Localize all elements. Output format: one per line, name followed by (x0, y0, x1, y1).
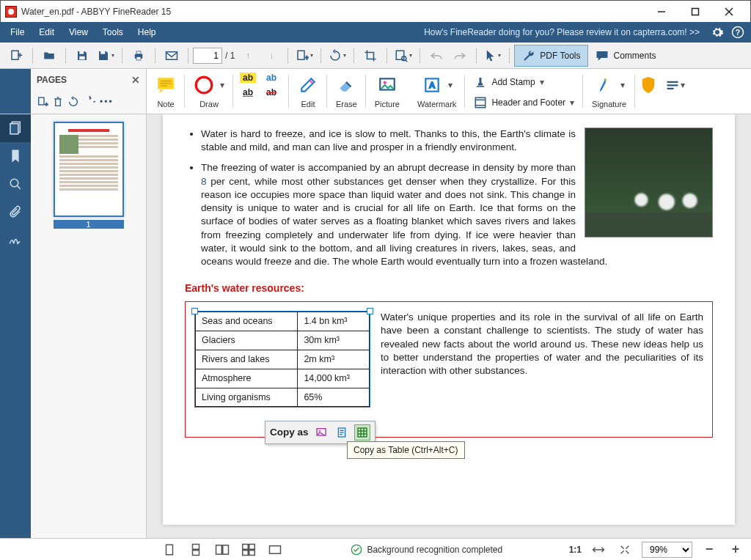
pages-tab-icon[interactable] (0, 114, 31, 142)
attachments-tab-icon[interactable] (0, 198, 31, 226)
maximize-button[interactable] (678, 1, 712, 23)
redo-button[interactable] (448, 45, 472, 67)
menu-tools[interactable]: Tools (95, 22, 131, 43)
new-button[interactable] (4, 45, 28, 67)
note-icon[interactable] (155, 75, 176, 95)
draw-icon[interactable] (194, 75, 214, 95)
document-view[interactable]: Water is hard to freeze, and ice is slow… (147, 114, 751, 538)
highlight-icon[interactable]: ab (238, 72, 258, 84)
menu-edit[interactable]: Edit (32, 22, 62, 43)
close-button[interactable] (712, 1, 746, 23)
watermark-label: Watermark (417, 100, 456, 108)
erase-icon[interactable] (336, 75, 356, 95)
strikethrough-icon[interactable]: ab (261, 86, 282, 98)
crop-button[interactable] (359, 45, 382, 67)
view-two-page-icon[interactable] (213, 541, 232, 559)
menu-file[interactable]: File (3, 22, 32, 43)
text-color-icon[interactable]: ab (261, 72, 282, 84)
add-pages-button[interactable]: +▾ (293, 45, 316, 67)
svg-line-42 (17, 185, 21, 189)
svg-rect-56 (193, 550, 199, 555)
help-icon[interactable]: ? (728, 22, 748, 43)
save-as-button[interactable]: ▾ (94, 45, 117, 67)
save-button[interactable] (70, 45, 94, 67)
svg-rect-61 (243, 550, 249, 555)
undo-button[interactable] (425, 45, 448, 67)
watermark-icon[interactable]: A (422, 75, 442, 95)
bullet-2b: per cent, while most other substances ge… (201, 176, 607, 267)
security-icon[interactable] (638, 75, 659, 95)
view-two-continuous-icon[interactable] (239, 541, 258, 559)
svg-rect-63 (270, 545, 281, 553)
copy-as-table-icon[interactable] (354, 424, 370, 441)
open-button[interactable] (37, 45, 61, 67)
svg-rect-49 (358, 428, 367, 437)
table-row: Atmosphere14,000 km³ (196, 369, 370, 388)
underline-icon[interactable]: ab (238, 86, 258, 98)
note-label: Note (157, 100, 174, 108)
status-message: Background recognition completed (367, 545, 502, 555)
svg-text:A: A (429, 81, 435, 89)
minimize-button[interactable] (645, 1, 678, 23)
stamp-icon (474, 75, 487, 89)
svg-line-20 (406, 60, 407, 62)
signature-label: Signature (592, 100, 626, 108)
print-button[interactable] (127, 45, 150, 67)
page-down-button[interactable]: ↓ (260, 45, 283, 67)
comment-icon (596, 50, 609, 62)
zoom-select[interactable]: 99% (642, 542, 692, 558)
view-single-icon[interactable] (160, 541, 179, 559)
zoom-in-button[interactable]: + (726, 541, 745, 559)
header-footer-button[interactable]: Header and Footer (491, 97, 565, 108)
svg-rect-60 (249, 544, 255, 549)
svg-rect-6 (12, 51, 18, 59)
search-tab-icon[interactable] (0, 170, 31, 198)
bullet-2-num: 8 (201, 176, 207, 187)
pdf-tools-button[interactable]: PDF Tools (514, 45, 588, 67)
signatures-tab-icon[interactable] (0, 226, 31, 254)
draw-label: Draw (199, 100, 219, 108)
fit-page-icon[interactable] (615, 541, 634, 559)
more-icon[interactable]: ••• (100, 97, 114, 107)
pages-close-icon[interactable]: ✕ (131, 74, 140, 86)
copy-as-text-icon[interactable] (334, 424, 350, 441)
zoom-ratio[interactable]: 1:1 (569, 545, 582, 555)
delete-page-icon[interactable] (53, 96, 63, 108)
view-continuous-icon[interactable] (186, 541, 205, 559)
page-thumbnail[interactable] (54, 122, 124, 217)
picture-icon[interactable] (377, 75, 398, 95)
edit-icon[interactable] (298, 75, 318, 95)
fit-width-icon[interactable] (589, 541, 608, 559)
picture-label: Picture (375, 100, 400, 108)
svg-rect-54 (166, 545, 173, 555)
erase-label: Erase (336, 100, 357, 108)
menu-help[interactable]: Help (131, 22, 164, 43)
rotate-button[interactable]: ▾ (326, 45, 349, 67)
copy-as-image-icon[interactable] (313, 424, 329, 441)
comments-button[interactable]: Comments (588, 45, 663, 67)
view-fullscreen-icon[interactable] (265, 541, 285, 559)
page-input[interactable] (193, 48, 222, 64)
signature-icon[interactable] (594, 75, 615, 95)
options-icon[interactable]: ▾ (666, 80, 685, 90)
email-button[interactable] (160, 45, 183, 67)
svg-rect-10 (79, 56, 85, 59)
promo-link[interactable]: How's FineReader doing for you? Please r… (424, 27, 700, 37)
settings-icon[interactable] (707, 22, 728, 43)
page-up-button[interactable]: ↑ (236, 45, 260, 67)
svg-rect-11 (100, 51, 105, 54)
check-icon (351, 544, 362, 556)
rotate-right-icon[interactable] (84, 96, 95, 108)
svg-rect-62 (249, 550, 255, 555)
table-row: Living organisms65% (196, 388, 370, 407)
zoom-out-button[interactable]: − (700, 541, 719, 559)
svg-rect-58 (223, 545, 229, 553)
rotate-left-icon[interactable] (67, 96, 79, 108)
menu-view[interactable]: View (62, 22, 95, 43)
pointer-button[interactable]: ▾ (481, 45, 505, 67)
add-page-icon[interactable]: + (37, 96, 48, 108)
bookmarks-tab-icon[interactable] (0, 142, 31, 170)
recognize-button[interactable]: ▾ (392, 45, 415, 67)
table-selection[interactable]: Seas and oceans1.4 bn km³ Glaciers30m km… (194, 311, 370, 408)
add-stamp-button[interactable]: Add Stamp (491, 77, 535, 87)
